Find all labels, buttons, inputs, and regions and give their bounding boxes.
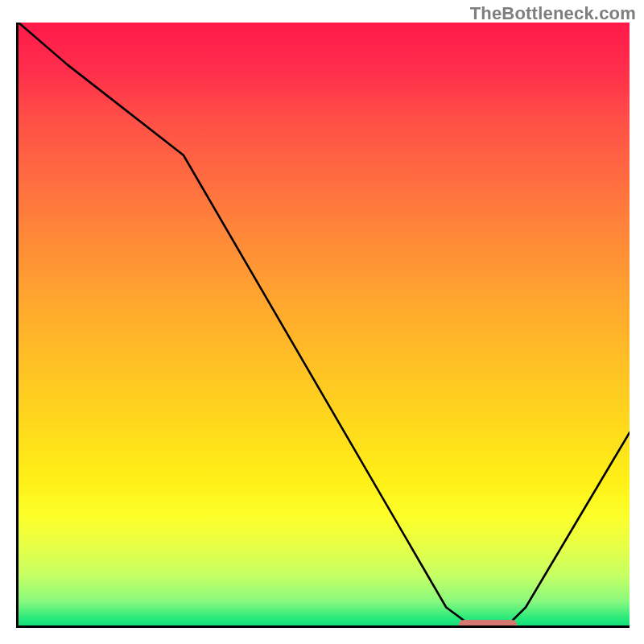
plot-area xyxy=(16,23,630,628)
attribution-text: TheBottleneck.com xyxy=(470,3,636,24)
bottleneck-curve xyxy=(19,23,630,625)
curve-layer xyxy=(19,23,630,625)
optimal-range-marker xyxy=(459,620,518,628)
chart-container: TheBottleneck.com xyxy=(0,0,644,644)
